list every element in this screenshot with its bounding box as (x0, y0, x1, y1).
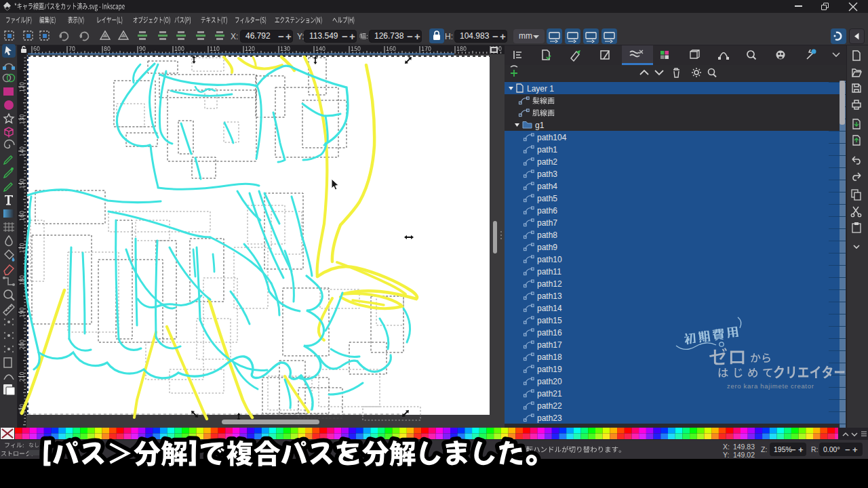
svg-text:path2: path2 (537, 157, 557, 167)
svg-text:zero kara hajimete creator: zero kara hajimete creator (727, 382, 814, 390)
svg-text:path6: path6 (537, 206, 557, 216)
svg-text:R:: R: (811, 445, 818, 453)
svg-text:path19: path19 (537, 365, 562, 374)
svg-text:Y:: Y: (723, 451, 729, 459)
svg-text:Z:: Z: (761, 445, 767, 453)
svg-text:Layer 1: Layer 1 (527, 84, 554, 94)
svg-text:+: + (852, 445, 858, 455)
svg-text:path4: path4 (537, 182, 557, 191)
svg-text:path7: path7 (537, 218, 557, 228)
svg-text:+: + (798, 445, 804, 455)
svg-text:path18: path18 (537, 352, 562, 362)
svg-text:149.83: 149.83 (733, 443, 755, 451)
svg-text:−: − (791, 445, 796, 455)
svg-text:path8: path8 (537, 230, 557, 240)
svg-text:path15: path15 (537, 316, 562, 325)
svg-text:path22: path22 (537, 401, 562, 411)
svg-text:path23: path23 (537, 413, 562, 423)
svg-text:195%: 195% (774, 445, 792, 453)
svg-text:path11: path11 (537, 267, 561, 277)
svg-text:path1: path1 (537, 145, 557, 155)
svg-text:path16: path16 (537, 328, 562, 338)
svg-text:g1: g1 (535, 121, 545, 130)
svg-text:path14: path14 (537, 304, 562, 313)
svg-text:path20: path20 (537, 377, 562, 386)
svg-text:−: − (845, 445, 850, 455)
svg-text:0.00°: 0.00° (823, 445, 840, 453)
svg-text:path17: path17 (537, 340, 562, 350)
svg-text:path21: path21 (537, 389, 562, 399)
svg-text:path104: path104 (537, 133, 567, 142)
svg-text:path9: path9 (537, 243, 557, 252)
svg-text:path10: path10 (537, 255, 562, 264)
svg-text:X:: X: (723, 443, 730, 451)
svg-text:path3: path3 (537, 169, 557, 179)
svg-text:path12: path12 (537, 279, 562, 289)
svg-text:149.02: 149.02 (733, 451, 755, 459)
svg-text:path13: path13 (537, 291, 562, 301)
svg-text:path5: path5 (537, 194, 557, 203)
